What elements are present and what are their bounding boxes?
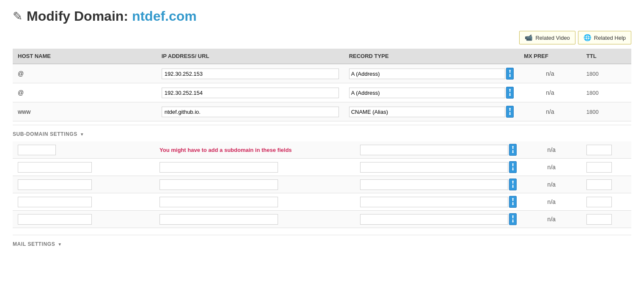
- mail-section-label: MAIL SETTINGS: [13, 241, 55, 247]
- col-header-ip: IP ADDRESS/ URL: [157, 49, 344, 64]
- subdomain-ttl-input-5[interactable]: [586, 214, 612, 225]
- record-type-input-1[interactable]: [349, 69, 505, 79]
- dns-row-2: @⬆⬇n/a1800: [13, 83, 631, 102]
- subdomain-record-input-3[interactable]: [360, 179, 508, 190]
- subdomain-mxpref-5: n/a: [522, 211, 581, 228]
- subdomain-section-label: SUB-DOMAIN SETTINGS: [13, 131, 77, 137]
- ip-input-3[interactable]: [162, 107, 339, 117]
- subdomain-ip-input-3[interactable]: [160, 179, 278, 190]
- subdomain-record-input-2[interactable]: [360, 162, 508, 173]
- hostname-value-2: @: [18, 89, 24, 96]
- subdomain-record-arrows-2[interactable]: ⬆⬇: [509, 161, 517, 173]
- subdomain-hostname-input-3[interactable]: [18, 179, 92, 190]
- subdomain-note: You might have to add a subdomain in the…: [160, 147, 292, 153]
- subdomain-ttl-input-3[interactable]: [586, 179, 612, 190]
- subdomain-record-arrows-5[interactable]: ⬆⬇: [509, 213, 517, 225]
- col-header-mx-pref: MX PREF: [519, 49, 581, 64]
- subdomain-record-input-1[interactable]: [360, 145, 508, 155]
- subdomain-record-input-5[interactable]: [360, 214, 508, 225]
- hostname-value-1: @: [18, 70, 24, 77]
- ttl-value-3: 1800: [586, 109, 599, 115]
- subdomain-mxpref-3: n/a: [522, 176, 581, 193]
- mxpref-value-1: n/a: [519, 64, 581, 83]
- record-type-arrows-1[interactable]: ⬆⬇: [506, 68, 514, 80]
- mxpref-value-3: n/a: [519, 102, 581, 121]
- subdomain-hostname-input-2[interactable]: [18, 162, 92, 173]
- record-type-arrows-3[interactable]: ⬆⬇: [506, 106, 514, 118]
- subdomain-ip-input-2[interactable]: [160, 162, 278, 173]
- subdomain-record-input-4[interactable]: [360, 197, 508, 207]
- toolbar: 📹 Related Video 🌐 Related Help: [13, 31, 631, 44]
- mail-section-header: MAIL SETTINGS ▼: [13, 235, 631, 251]
- page-icon: ✎: [13, 9, 22, 23]
- table-header-row: HOST NAME IP ADDRESS/ URL RECORD TYPE MX…: [13, 49, 631, 64]
- help-icon: 🌐: [583, 34, 592, 41]
- mxpref-value-2: n/a: [519, 83, 581, 102]
- subdomain-record-arrows-1[interactable]: ⬆⬇: [509, 144, 517, 156]
- ttl-value-2: 1800: [586, 90, 599, 96]
- subdomain-hostname-input-4[interactable]: [18, 197, 92, 207]
- subdomain-hostname-input-1[interactable]: [18, 145, 56, 155]
- record-type-input-3[interactable]: [349, 107, 505, 117]
- mail-arrow-icon: ▼: [58, 242, 62, 247]
- subdomain-ttl-input-4[interactable]: [586, 197, 612, 207]
- dns-row-3: www⬆⬇n/a1800: [13, 102, 631, 121]
- title-prefix: Modify Domain:: [27, 8, 132, 24]
- related-video-label: Related Video: [535, 35, 570, 41]
- related-help-button[interactable]: 🌐 Related Help: [578, 31, 631, 44]
- page-title: Modify Domain: ntdef.com: [27, 8, 197, 24]
- subdomain-row-2: ⬆⬇ n/a: [13, 159, 631, 176]
- record-type-input-2[interactable]: [349, 88, 505, 98]
- subdomain-mxpref-2: n/a: [522, 159, 581, 176]
- subdomain-hostname-input-5[interactable]: [18, 214, 92, 225]
- subdomain-record-arrows-3[interactable]: ⬆⬇: [509, 179, 517, 190]
- record-type-arrows-2[interactable]: ⬆⬇: [506, 87, 514, 99]
- subdomain-row-1: You might have to add a subdomain in the…: [13, 141, 631, 159]
- domain-name: ntdef.com: [132, 8, 197, 24]
- dns-table: HOST NAME IP ADDRESS/ URL RECORD TYPE MX…: [13, 49, 631, 121]
- dns-row-1: @⬆⬇n/a1800: [13, 64, 631, 83]
- related-help-label: Related Help: [594, 35, 626, 41]
- subdomain-table: You might have to add a subdomain in the…: [13, 141, 631, 228]
- subdomain-record-arrows-4[interactable]: ⬆⬇: [509, 196, 517, 208]
- col-header-hostname: HOST NAME: [13, 49, 157, 64]
- col-header-ttl: TTL: [581, 49, 631, 64]
- subdomain-ttl-input-1[interactable]: [586, 145, 612, 155]
- hostname-value-3: www: [18, 108, 30, 115]
- subdomain-row-3: ⬆⬇ n/a: [13, 176, 631, 193]
- subdomain-ip-input-4[interactable]: [160, 197, 278, 207]
- ip-input-2[interactable]: [162, 88, 339, 98]
- related-video-button[interactable]: 📹 Related Video: [519, 31, 575, 44]
- col-header-record-type: RECORD TYPE: [344, 49, 519, 64]
- subdomain-section-header: SUB-DOMAIN SETTINGS ▼: [13, 125, 631, 141]
- subdomain-mxpref-1: n/a: [522, 141, 581, 159]
- subdomain-arrow-icon: ▼: [80, 132, 85, 137]
- ttl-value-1: 1800: [586, 71, 599, 77]
- ip-input-1[interactable]: [162, 69, 339, 79]
- subdomain-mxpref-4: n/a: [522, 193, 581, 211]
- video-icon: 📹: [525, 34, 533, 41]
- subdomain-ttl-input-2[interactable]: [586, 162, 612, 173]
- subdomain-row-5: ⬆⬇ n/a: [13, 211, 631, 228]
- subdomain-ip-input-5[interactable]: [160, 214, 278, 225]
- subdomain-row-4: ⬆⬇ n/a: [13, 193, 631, 211]
